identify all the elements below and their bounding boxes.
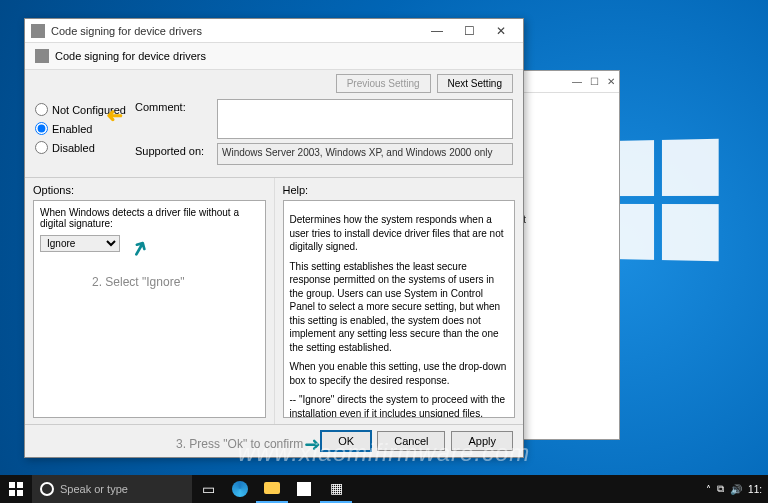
comment-label: Comment: [135, 99, 211, 139]
svg-rect-3 [17, 490, 23, 496]
explorer-button[interactable] [256, 475, 288, 503]
store-button[interactable] [288, 475, 320, 503]
help-paragraph: -- "Ignore" directs the system to procee… [290, 393, 509, 418]
help-paragraph: When you enable this setting, use the dr… [290, 360, 509, 387]
task-view-button[interactable]: ▭ [192, 475, 224, 503]
signing-action-select[interactable]: Ignore [40, 235, 120, 252]
edge-icon [232, 481, 248, 497]
folder-icon [264, 482, 280, 494]
network-icon[interactable]: ⧉ [717, 483, 724, 495]
watermark: www.xiaomifirmware.com [0, 439, 768, 467]
options-text: When Windows detects a driver file witho… [40, 207, 259, 229]
supported-label: Supported on: [135, 143, 211, 165]
policy-icon [31, 24, 45, 38]
close-button[interactable]: ✕ [485, 21, 517, 41]
radio-input[interactable] [35, 141, 48, 154]
minimize-icon[interactable]: — [572, 76, 582, 87]
svg-rect-2 [9, 490, 15, 496]
help-paragraph: Determines how the system responds when … [290, 213, 509, 254]
tray-chevron-icon[interactable]: ˄ [706, 484, 711, 495]
maximize-icon[interactable]: ☐ [590, 76, 599, 87]
policy-icon [35, 49, 49, 63]
svg-rect-0 [9, 482, 15, 488]
cortana-icon [40, 482, 54, 496]
volume-icon[interactable]: 🔊 [730, 484, 742, 495]
help-paragraph: This setting establishes the least secur… [290, 260, 509, 355]
clock[interactable]: 11: [748, 484, 762, 495]
close-icon[interactable]: ✕ [607, 76, 615, 87]
annotation-arrow-icon: ➜ [106, 103, 123, 127]
options-panel: When Windows detects a driver file witho… [33, 200, 266, 418]
start-button[interactable] [0, 475, 32, 503]
dialog-subtitle: Code signing for device drivers [55, 50, 206, 62]
dialog-subhead: Code signing for device drivers [25, 43, 523, 70]
policy-dialog: Code signing for device drivers — ☐ ✕ Co… [24, 18, 524, 458]
help-label: Help: [283, 184, 516, 196]
windows-icon [9, 482, 23, 496]
dialog-title: Code signing for device drivers [51, 25, 421, 37]
taskbar: Speak or type ▭ ▦ ˄ ⧉ 🔊 11: [0, 475, 768, 503]
radio-input[interactable] [35, 122, 48, 135]
supported-text: Windows Server 2003, Windows XP, and Win… [217, 143, 513, 165]
taskbar-app[interactable]: ▦ [320, 475, 352, 503]
radio-disabled[interactable]: Disabled [35, 141, 125, 154]
dialog-titlebar: Code signing for device drivers — ☐ ✕ [25, 19, 523, 43]
search-box[interactable]: Speak or type [32, 475, 192, 503]
svg-rect-1 [17, 482, 23, 488]
store-icon [297, 482, 311, 496]
options-label: Options: [33, 184, 266, 196]
previous-setting-button: Previous Setting [336, 74, 431, 93]
radio-input[interactable] [35, 103, 48, 116]
comment-textarea[interactable] [217, 99, 513, 139]
minimize-button[interactable]: — [421, 21, 453, 41]
next-setting-button[interactable]: Next Setting [437, 74, 513, 93]
annotation-step2: 2. Select "Ignore" [92, 275, 185, 289]
maximize-button[interactable]: ☐ [453, 21, 485, 41]
system-tray[interactable]: ˄ ⧉ 🔊 11: [700, 483, 768, 495]
edge-button[interactable] [224, 475, 256, 503]
search-placeholder: Speak or type [60, 483, 128, 495]
help-panel[interactable]: Determines how the system responds when … [283, 200, 516, 418]
